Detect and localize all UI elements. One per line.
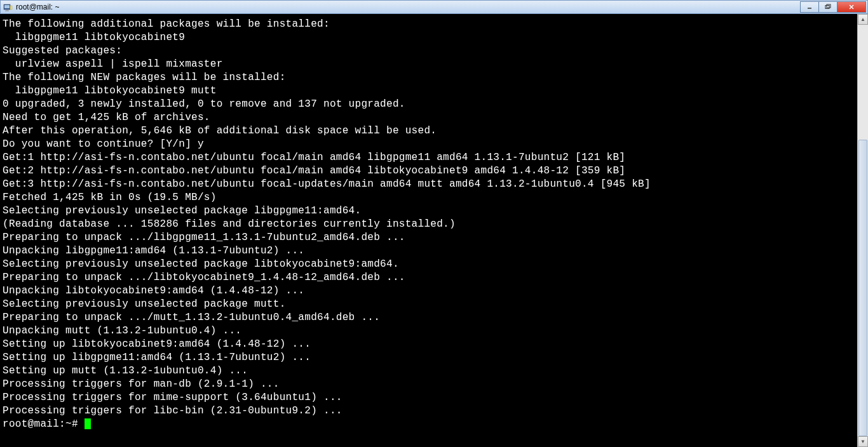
terminal-line: Get:3 http://asi-fs-n.contabo.net/ubuntu… bbox=[3, 178, 857, 191]
terminal-line: Setting up libgpgme11:amd64 (1.13.1-7ubu… bbox=[3, 351, 857, 364]
terminal-line: Need to get 1,425 kB of archives. bbox=[3, 111, 857, 124]
close-button[interactable] bbox=[837, 1, 866, 13]
terminal-line: libgpgme11 libtokyocabinet9 mutt bbox=[3, 84, 857, 98]
svg-rect-6 bbox=[825, 6, 829, 9]
svg-rect-1 bbox=[4, 5, 10, 8]
terminal-line: Selecting previously unselected package … bbox=[3, 204, 857, 218]
vertical-scrollbar[interactable]: ▲ ▼ bbox=[857, 14, 868, 447]
terminal-line: Get:2 http://asi-fs-n.contabo.net/ubuntu… bbox=[3, 164, 857, 178]
putty-icon bbox=[3, 2, 13, 12]
cursor bbox=[85, 418, 91, 429]
terminal-line: libgpgme11 libtokyocabinet9 bbox=[3, 31, 857, 44]
titlebar[interactable]: root@mail: ~ bbox=[0, 0, 868, 14]
terminal-line: Preparing to unpack .../libtokyocabinet9… bbox=[3, 271, 857, 284]
terminal-area: The following additional packages will b… bbox=[0, 14, 868, 447]
scroll-down-button[interactable]: ▼ bbox=[858, 436, 868, 447]
prompt-text: root@mail:~# bbox=[3, 418, 85, 430]
window-controls bbox=[801, 1, 866, 13]
terminal-line: The following NEW packages will be insta… bbox=[3, 71, 857, 84]
terminal-line: After this operation, 5,646 kB of additi… bbox=[3, 124, 857, 138]
terminal-line: urlview aspell | ispell mixmaster bbox=[3, 58, 857, 71]
scroll-up-button[interactable]: ▲ bbox=[858, 14, 868, 25]
terminal-line: Suggested packages: bbox=[3, 44, 857, 58]
svg-rect-7 bbox=[827, 4, 831, 8]
scroll-thumb[interactable] bbox=[858, 140, 867, 436]
window-title: root@mail: ~ bbox=[16, 3, 60, 11]
terminal-line: Preparing to unpack .../libgpgme11_1.13.… bbox=[3, 231, 857, 244]
terminal-line: Unpacking libtokyocabinet9:amd64 (1.4.48… bbox=[3, 284, 857, 298]
terminal-line: Setting up libtokyocabinet9:amd64 (1.4.4… bbox=[3, 338, 857, 351]
terminal-line: Selecting previously unselected package … bbox=[3, 258, 857, 271]
prompt-line[interactable]: root@mail:~# bbox=[3, 418, 857, 431]
terminal-line: Selecting previously unselected package … bbox=[3, 298, 857, 311]
terminal-line: (Reading database ... 158286 files and d… bbox=[3, 218, 857, 231]
maximize-button[interactable] bbox=[818, 1, 837, 13]
terminal-line: Processing triggers for man-db (2.9.1-1)… bbox=[3, 378, 857, 391]
terminal-line: Do you want to continue? [Y/n] y bbox=[3, 138, 857, 151]
terminal-line: Get:1 http://asi-fs-n.contabo.net/ubuntu… bbox=[3, 151, 857, 164]
svg-rect-2 bbox=[10, 6, 12, 10]
terminal-output[interactable]: The following additional packages will b… bbox=[0, 14, 857, 447]
terminal-line: Processing triggers for mime-support (3.… bbox=[3, 391, 857, 404]
minimize-button[interactable] bbox=[800, 1, 819, 13]
terminal-line: 0 upgraded, 3 newly installed, 0 to remo… bbox=[3, 98, 857, 111]
terminal-line: Unpacking libgpgme11:amd64 (1.13.1-7ubun… bbox=[3, 244, 857, 258]
putty-window: root@mail: ~ The following additional pa… bbox=[0, 0, 868, 447]
scroll-track[interactable] bbox=[858, 25, 868, 436]
terminal-line: The following additional packages will b… bbox=[3, 18, 857, 31]
terminal-line: Fetched 1,425 kB in 0s (19.5 MB/s) bbox=[3, 191, 857, 204]
terminal-line: Unpacking mutt (1.13.2-1ubuntu0.4) ... bbox=[3, 324, 857, 338]
terminal-line: Setting up mutt (1.13.2-1ubuntu0.4) ... bbox=[3, 364, 857, 378]
terminal-line: Processing triggers for libc-bin (2.31-0… bbox=[3, 404, 857, 418]
svg-rect-4 bbox=[5, 11, 9, 11]
terminal-line: Preparing to unpack .../mutt_1.13.2-1ubu… bbox=[3, 311, 857, 324]
